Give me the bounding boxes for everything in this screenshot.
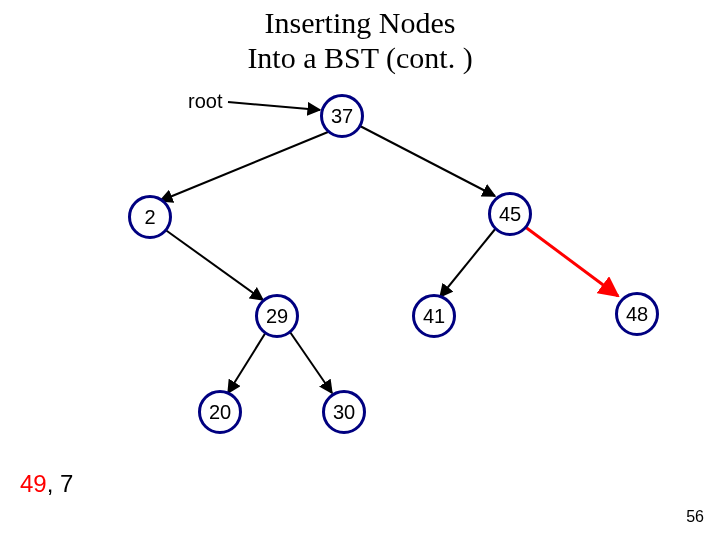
page-number: 56 <box>686 508 704 526</box>
edge-29-30 <box>290 332 332 393</box>
slide-title: Inserting Nodes Into a BST (cont. ) <box>0 6 720 75</box>
root-label: root <box>188 90 222 113</box>
node-48: 48 <box>615 292 659 336</box>
insert-queue-current: 49 <box>20 470 47 497</box>
title-line-1: Inserting Nodes <box>265 6 456 39</box>
edge-2-29 <box>160 226 263 300</box>
edge-45-41 <box>440 228 496 297</box>
node-45: 45 <box>488 192 532 236</box>
edge-29-20 <box>228 332 266 393</box>
edge-37-2 <box>160 132 328 201</box>
node-2: 2 <box>128 195 172 239</box>
node-20: 20 <box>198 390 242 434</box>
pointer-root <box>228 102 320 110</box>
node-41: 41 <box>412 294 456 338</box>
node-29: 29 <box>255 294 299 338</box>
edge-37-45 <box>360 126 495 196</box>
insert-queue-rest: , 7 <box>47 470 74 497</box>
title-line-2: Into a BST (cont. ) <box>247 41 472 74</box>
tree-edges <box>0 0 720 540</box>
node-30: 30 <box>322 390 366 434</box>
insert-queue: 49, 7 <box>20 470 73 498</box>
node-37: 37 <box>320 94 364 138</box>
slide: Inserting Nodes Into a BST (cont. ) root <box>0 0 720 540</box>
edge-45-48-highlight <box>524 226 618 296</box>
